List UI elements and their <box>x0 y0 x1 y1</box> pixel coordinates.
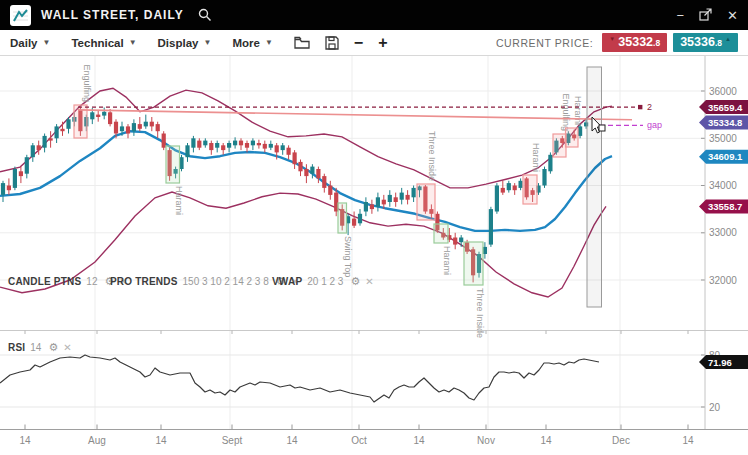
arrow-down-icon: ▼ <box>609 35 615 45</box>
pattern-label: Three Inside <box>427 131 437 181</box>
sell-price-button[interactable]: ▼ 35332 8 <box>602 33 667 52</box>
menu-technical-label: Technical <box>71 37 123 49</box>
candle-body <box>90 112 94 119</box>
indicator-name: VWAP <box>272 276 302 287</box>
candle-body <box>132 123 136 131</box>
candle-body <box>364 202 368 212</box>
candle-body <box>322 176 326 188</box>
close-icon[interactable]: ✕ <box>63 343 71 353</box>
candle-body <box>96 115 100 117</box>
candle-body <box>19 171 23 176</box>
candle-body <box>120 126 124 131</box>
candle-body <box>298 162 302 171</box>
time-tick-label: 14 <box>286 435 298 446</box>
menu-more[interactable]: More ▼ <box>232 37 272 49</box>
menu-more-label: More <box>232 37 259 49</box>
pattern-box <box>566 128 579 147</box>
price-tag-value: 35334.8 <box>708 117 742 128</box>
candle-body <box>251 141 255 146</box>
chevron-down-icon: ▼ <box>203 38 211 47</box>
candle-body <box>191 138 195 147</box>
candle-body <box>209 143 213 150</box>
candle-body <box>358 214 362 224</box>
candle-body <box>382 200 386 205</box>
time-tick-label: Aug <box>88 435 106 446</box>
search-icon[interactable] <box>198 8 212 22</box>
save-icon[interactable] <box>325 36 339 50</box>
candle-body <box>66 119 70 129</box>
indicator-params: 20 1 2 3 <box>307 276 343 287</box>
toolbar: Daily ▼ Technical ▼ Display ▼ More ▼ <box>0 30 748 56</box>
candle-body <box>257 143 261 145</box>
open-folder-icon[interactable] <box>294 36 310 49</box>
candle-body <box>31 145 35 157</box>
pattern-label: Harami <box>573 96 583 125</box>
candle-body <box>501 188 505 193</box>
candle-body <box>60 129 64 131</box>
instrument-title: WALL STREET, DAILY <box>41 8 184 22</box>
zoom-out-button[interactable]: − <box>354 35 363 51</box>
candle-body <box>406 195 410 200</box>
minimize-button[interactable]: − <box>677 9 685 22</box>
candle-body <box>156 124 160 131</box>
candle-body <box>114 122 118 134</box>
candle-body <box>412 188 416 197</box>
menu-technical[interactable]: Technical ▼ <box>71 37 136 49</box>
pattern-label: Harami <box>442 246 452 275</box>
close-icon[interactable]: ✕ <box>365 277 373 287</box>
pattern-box <box>553 134 566 157</box>
price-tick-label: 33000 <box>709 227 737 238</box>
menu-timeframe[interactable]: Daily ▼ <box>10 37 50 49</box>
price-chart-svg: 36000350003400033000320008020EngulfingHa… <box>0 56 748 455</box>
candle-body <box>328 186 332 195</box>
candle-body <box>138 124 142 129</box>
close-button[interactable]: ✕ <box>727 9 738 22</box>
candle-body <box>43 136 47 148</box>
candle-body <box>388 195 392 202</box>
candle-body <box>263 144 267 149</box>
gap-line-label: gap <box>647 120 662 130</box>
pattern-box <box>166 146 180 183</box>
candle-body <box>287 148 291 155</box>
arrow-up-icon: ▲ <box>725 35 731 45</box>
candle-body <box>316 169 320 178</box>
candle-body <box>233 141 237 146</box>
candle-body <box>221 145 225 150</box>
pattern-box <box>338 203 347 233</box>
buy-price-button[interactable]: 35336 8 ▲ <box>673 33 738 52</box>
popout-icon[interactable] <box>699 8 712 23</box>
candle-body <box>352 219 356 226</box>
indicator-params: 150 3 10 2 14 2 3 8 <box>183 276 269 287</box>
candle-body <box>310 167 314 174</box>
candle-body <box>13 169 17 188</box>
zoom-in-button[interactable]: + <box>378 35 387 51</box>
price-tick-label: 35000 <box>709 133 737 144</box>
candle-body <box>245 143 249 148</box>
selection-region[interactable] <box>587 67 602 307</box>
time-tick-label: 14 <box>413 435 425 446</box>
pattern-label: Harami <box>174 186 184 215</box>
candle-body <box>150 122 154 127</box>
gear-icon[interactable]: ⚙ <box>48 342 58 353</box>
time-tick-label: Sept <box>222 435 243 446</box>
candle-body <box>459 238 463 243</box>
time-tick-label: 14 <box>540 435 552 446</box>
candle-body <box>126 126 130 133</box>
window-controls: − ✕ <box>677 8 739 23</box>
menu-timeframe-label: Daily <box>10 37 38 49</box>
pattern-box <box>434 224 448 243</box>
indicator-pro-trends: PRO TRENDS 150 3 10 2 14 2 3 8 ⚙ ✕ <box>110 276 299 287</box>
gear-icon[interactable]: ⚙ <box>350 276 360 287</box>
price-tick-label: 34000 <box>709 180 737 191</box>
candle-body <box>203 141 207 146</box>
pattern-label: Engulfing <box>561 93 571 131</box>
indicator-name: CANDLE PTNS <box>8 276 81 287</box>
menu-display[interactable]: Display ▼ <box>158 37 212 49</box>
time-tick-label: 14 <box>682 435 694 446</box>
chevron-down-icon: ▼ <box>129 38 137 47</box>
candle-body <box>400 193 404 200</box>
titlebar: WALL STREET, DAILY − ✕ <box>0 0 748 30</box>
chart-area[interactable]: 36000350003400033000320008020EngulfingHa… <box>0 56 748 455</box>
candle-body <box>102 112 106 116</box>
pattern-box <box>417 184 435 220</box>
